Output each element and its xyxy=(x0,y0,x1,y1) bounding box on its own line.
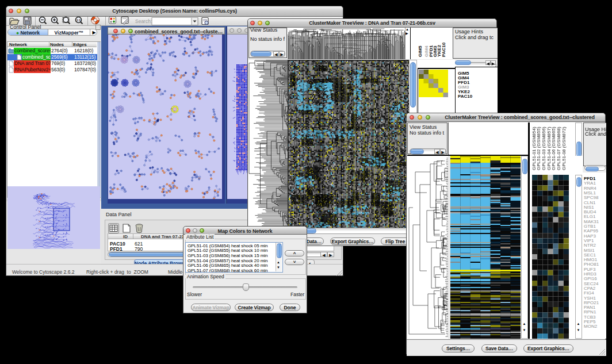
svg-text:Search:: Search: xyxy=(135,18,152,24)
svg-text:1:1: 1:1 xyxy=(76,18,81,22)
